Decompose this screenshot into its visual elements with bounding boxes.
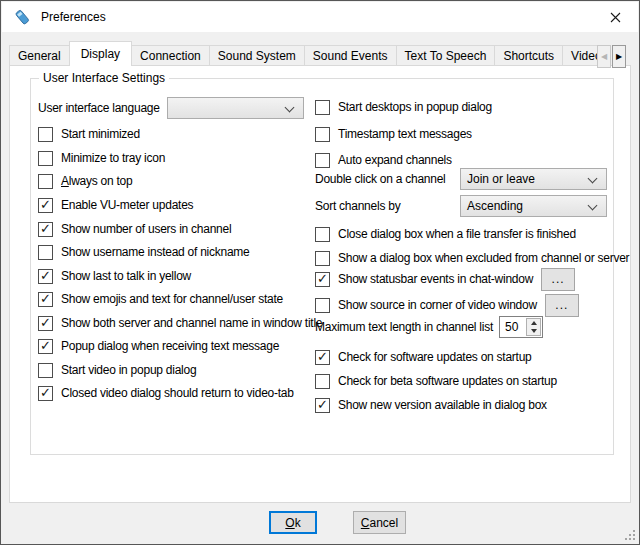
video-source-browse-button[interactable]: ... — [545, 294, 579, 317]
checkmark-icon: ✓ — [40, 222, 51, 235]
sort-channels-label: Sort channels by — [315, 199, 400, 213]
statusbar-events-browse-button[interactable]: ... — [541, 268, 575, 291]
checkbox-label: Check for beta software updates on start… — [338, 374, 557, 388]
max-text-length-spinner[interactable]: 50 — [499, 316, 543, 338]
checkbox-label: Timestamp text messages — [338, 127, 472, 141]
tab-label: Sound System — [218, 49, 296, 63]
tab-general[interactable]: General — [9, 45, 70, 66]
user-interface-settings-group: User Interface Settings User interface l… — [30, 78, 614, 455]
resize-grip[interactable] — [623, 528, 636, 541]
spinner-buttons — [526, 318, 541, 336]
checkbox[interactable]: ✓ — [38, 127, 53, 142]
double-click-select[interactable]: Join or leave — [460, 168, 607, 190]
checkbox[interactable]: ✓ — [315, 374, 330, 389]
chevron-down-icon — [285, 103, 295, 113]
tab-sound-system[interactable]: Sound System — [209, 45, 305, 66]
checkbox[interactable]: ✓ — [38, 174, 53, 189]
close-button[interactable] — [593, 2, 638, 32]
cancel-button[interactable]: Cancel — [353, 511, 406, 534]
checkbox[interactable]: ✓ — [38, 245, 53, 260]
language-select[interactable] — [167, 97, 304, 119]
checkbox-row-username-instead[interactable]: ✓ Show username instead of nickname — [38, 241, 250, 263]
checkbox-row-number-of-users[interactable]: ✓ Show number of users in channel — [38, 218, 231, 240]
double-click-label: Double click on a channel — [315, 172, 446, 186]
checkbox[interactable]: ✓ — [315, 350, 330, 365]
tab-sound-events[interactable]: Sound Events — [304, 45, 397, 66]
checkbox-label: Enable VU-meter updates — [61, 198, 193, 212]
checkbox[interactable]: ✓ — [315, 100, 330, 115]
checkbox-label: Popup dialog when receiving text message — [61, 339, 279, 353]
arrow-left-icon: ◀ — [601, 53, 607, 61]
window-title: Preferences — [41, 10, 106, 24]
checkbox[interactable]: ✓ — [38, 386, 53, 401]
checkbox[interactable]: ✓ — [315, 398, 330, 413]
checkbox-row-minimize-to-tray[interactable]: ✓ Minimize to tray icon — [38, 147, 165, 169]
tab-label: Shortcuts — [503, 49, 554, 63]
sort-channels-select[interactable]: Ascending — [460, 195, 607, 217]
checkbox-row-close-file-transfer[interactable]: ✓ Close dialog box when a file transfer … — [315, 223, 576, 245]
triangle-down-icon — [531, 329, 537, 333]
spin-up-button[interactable] — [527, 319, 540, 327]
video-source-row[interactable]: ✓ Show source in corner of video window … — [315, 293, 579, 317]
checkbox[interactable]: ✓ — [315, 127, 330, 142]
checkbox-row-always-on-top[interactable]: ✓ Always on top — [38, 170, 132, 192]
checkbox[interactable]: ✓ — [315, 251, 330, 266]
checkbox-row-popup-text-message[interactable]: ✓ Popup dialog when receiving text messa… — [38, 335, 279, 357]
checkbox-label: Start desktops in popup dialog — [338, 100, 492, 114]
checkmark-icon: ✓ — [317, 398, 328, 411]
tab-scroll-right-button[interactable]: ▶ — [612, 45, 626, 68]
checkbox-row-vu-meter[interactable]: ✓ Enable VU-meter updates — [38, 194, 193, 216]
ellipsis-label: ... — [552, 272, 565, 286]
checkmark-icon: ✓ — [40, 316, 51, 329]
checkbox-label: Start video in popup dialog — [61, 363, 196, 377]
tab-video[interactable]: Video — [562, 45, 598, 66]
language-row: User interface language — [38, 97, 160, 119]
checkbox-row-last-to-talk[interactable]: ✓ Show last to talk in yellow — [38, 265, 191, 287]
checkbox-row-start-minimized[interactable]: ✓ Start minimized — [38, 123, 140, 145]
preferences-window: Preferences General Display Connection S… — [0, 0, 640, 545]
tab-display[interactable]: Display — [69, 41, 132, 66]
checkbox[interactable]: ✓ — [38, 316, 53, 331]
checkbox[interactable]: ✓ — [38, 198, 53, 213]
ok-button[interactable]: Ok — [269, 511, 317, 534]
checkbox-row-video-popup[interactable]: ✓ Start video in popup dialog — [38, 359, 196, 381]
tab-label: General — [18, 49, 61, 63]
chevron-down-icon — [588, 174, 598, 184]
checkbox-label: Close dialog box when a file transfer is… — [338, 227, 576, 241]
checkbox[interactable]: ✓ — [315, 153, 330, 168]
checkbox[interactable]: ✓ — [315, 272, 330, 287]
checkbox[interactable]: ✓ — [38, 151, 53, 166]
max-text-length-row: Maximum text length in channel list 50 — [315, 316, 543, 338]
checkbox-row-beta-updates[interactable]: ✓ Check for beta software updates on sta… — [315, 370, 557, 392]
tab-scroll-left-button[interactable]: ◀ — [597, 45, 611, 68]
tab-shortcuts[interactable]: Shortcuts — [494, 45, 563, 66]
spin-down-button[interactable] — [527, 327, 540, 335]
combo-value: Join or leave — [467, 172, 535, 186]
statusbar-events-row[interactable]: ✓ Show statusbar events in chat-window .… — [315, 267, 575, 291]
checkbox-row-check-updates[interactable]: ✓ Check for software updates on startup — [315, 346, 532, 368]
checkbox-row-timestamp[interactable]: ✓ Timestamp text messages — [315, 123, 472, 145]
close-icon — [610, 12, 621, 23]
checkbox[interactable]: ✓ — [38, 269, 53, 284]
titlebar[interactable]: Preferences — [2, 2, 638, 32]
checkbox[interactable]: ✓ — [38, 222, 53, 237]
checkbox-row-emojis[interactable]: ✓ Show emojis and text for channel/user … — [38, 288, 283, 310]
checkbox-label: Minimize to tray icon — [61, 151, 165, 165]
checkbox-row-desktops-popup[interactable]: ✓ Start desktops in popup dialog — [315, 96, 492, 118]
arrow-right-icon: ▶ — [616, 53, 622, 61]
checkbox[interactable]: ✓ — [38, 363, 53, 378]
checkbox[interactable]: ✓ — [315, 298, 330, 313]
checkbox-label: Show number of users in channel — [61, 222, 231, 236]
tab-connection[interactable]: Connection — [131, 45, 210, 66]
checkbox[interactable]: ✓ — [315, 227, 330, 242]
checkbox[interactable]: ✓ — [38, 292, 53, 307]
checkbox-row-excluded-dialog[interactable]: ✓ Show a dialog box when excluded from c… — [315, 247, 629, 269]
tab-text-to-speech[interactable]: Text To Speech — [396, 45, 496, 66]
checkbox-row-new-version-dialog[interactable]: ✓ Show new version available in dialog b… — [315, 394, 547, 416]
checkmark-icon: ✓ — [40, 269, 51, 282]
checkbox-row-server-channel-title[interactable]: ✓ Show both server and channel name in w… — [38, 312, 322, 334]
triangle-up-icon — [531, 321, 537, 325]
checkbox[interactable]: ✓ — [38, 339, 53, 354]
combo-value: Ascending — [467, 199, 523, 213]
checkbox-row-closed-video[interactable]: ✓ Closed video dialog should return to v… — [38, 382, 294, 404]
